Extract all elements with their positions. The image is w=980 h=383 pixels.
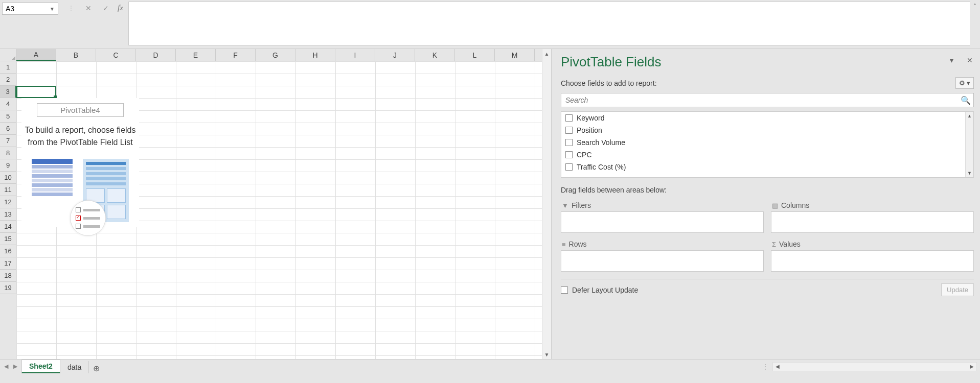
search-icon[interactable]: 🔍 [961, 95, 971, 105]
row-header[interactable]: 19 [0, 282, 16, 294]
cancel-icon[interactable]: ✕ [83, 3, 94, 14]
sheet-tab-bar: ◀ ▶ Sheet2 data ⊕ ⋮ ◀ ▶ [0, 359, 980, 373]
column-header[interactable]: C [96, 49, 136, 61]
column-header[interactable]: E [176, 49, 216, 61]
vertical-scrollbar[interactable]: ▲ ▼ [542, 49, 551, 359]
field-item[interactable]: Search Volume [561, 136, 965, 149]
formula-controls: ⋮ ✕ ✓ fx [65, 0, 123, 14]
tools-button[interactable]: ⚙▾ [955, 77, 974, 89]
defer-layout-checkbox[interactable]: Defer Layout Update [561, 286, 638, 294]
column-header[interactable]: D [136, 49, 176, 61]
field-item[interactable]: Keyword [561, 112, 965, 124]
close-icon[interactable]: ✕ [967, 56, 973, 64]
sheet-tab[interactable]: data [60, 361, 89, 373]
search-input[interactable] [561, 93, 974, 107]
magnifier-illustration [70, 200, 106, 236]
rows-dropzone[interactable] [561, 250, 764, 272]
field-label: Position [577, 126, 602, 134]
field-label: Search Volume [577, 138, 625, 147]
pivottable-fields-pane: ▾ ✕ PivotTable Fields Choose fields to a… [551, 49, 980, 359]
row-header[interactable]: 12 [0, 196, 16, 208]
row-header[interactable]: 14 [0, 221, 16, 233]
row-header[interactable]: 9 [0, 159, 16, 172]
field-item[interactable]: Traffic Cost (%) [561, 161, 965, 173]
checkbox[interactable] [565, 139, 573, 146]
prev-sheet-icon[interactable]: ◀ [4, 363, 8, 370]
column-header[interactable]: G [256, 49, 295, 61]
row-header[interactable]: 18 [0, 270, 16, 282]
column-header[interactable]: K [415, 49, 455, 61]
column-header[interactable]: J [375, 49, 415, 61]
field-label: CPC [577, 151, 592, 159]
values-dropzone[interactable] [771, 250, 974, 272]
filters-area[interactable]: ▼Filters [561, 199, 764, 233]
column-header[interactable]: B [56, 49, 96, 61]
row-header[interactable]: 11 [0, 184, 16, 196]
row-header[interactable]: 1 [0, 61, 16, 74]
field-item[interactable]: CPC [561, 149, 965, 161]
field-list-scrollbar[interactable]: ▲ ▼ [965, 112, 973, 177]
rows-icon: ≡ [562, 241, 566, 248]
scroll-up-icon[interactable]: ▲ [966, 112, 973, 120]
checkbox[interactable] [565, 114, 573, 122]
column-header[interactable]: L [455, 49, 495, 61]
formula-input[interactable] [128, 2, 970, 45]
collapse-ribbon-icon[interactable]: ˄ [970, 0, 980, 10]
row-header[interactable]: 2 [0, 74, 16, 86]
row-header[interactable]: 5 [0, 110, 16, 123]
field-item[interactable]: Position [561, 124, 965, 136]
update-button[interactable]: Update [941, 283, 974, 296]
row-header[interactable]: 8 [0, 147, 16, 159]
enter-icon[interactable]: ✓ [100, 3, 111, 14]
scroll-track[interactable] [542, 58, 551, 350]
column-header[interactable]: F [216, 49, 256, 61]
sheet-tab[interactable]: Sheet2 [21, 360, 60, 373]
scroll-down-icon[interactable]: ▼ [542, 350, 551, 359]
column-header[interactable]: A [16, 49, 56, 61]
column-headers: A B C D E F G H I J K L M [0, 49, 542, 61]
checkbox[interactable] [565, 163, 573, 171]
filter-icon: ▼ [562, 202, 568, 209]
scroll-left-icon[interactable]: ◀ [773, 364, 782, 369]
area-label: Columns [781, 201, 809, 209]
scroll-down-icon[interactable]: ▼ [966, 169, 973, 177]
checkbox[interactable] [565, 127, 573, 134]
name-box[interactable]: A3 ▼ [2, 3, 58, 15]
select-all-corner[interactable] [0, 49, 16, 61]
row-headers: 1 2 3 4 5 6 7 8 9 10 11 12 13 14 15 16 1… [0, 61, 16, 359]
new-sheet-button[interactable]: ⊕ [89, 364, 103, 373]
active-cell[interactable] [16, 86, 56, 98]
row-header[interactable]: 4 [0, 98, 16, 110]
row-header[interactable]: 15 [0, 233, 16, 245]
checkbox[interactable] [561, 286, 568, 294]
split-handle-icon[interactable]: ⋮ [762, 363, 768, 370]
column-header[interactable]: I [335, 49, 375, 61]
filters-dropzone[interactable] [561, 211, 764, 233]
area-label: Filters [572, 201, 591, 209]
next-sheet-icon[interactable]: ▶ [13, 363, 17, 370]
column-header[interactable]: H [295, 49, 335, 61]
chevron-down-icon[interactable]: ▼ [50, 6, 55, 12]
scroll-up-icon[interactable]: ▲ [542, 49, 551, 58]
row-header[interactable]: 7 [0, 135, 16, 147]
row-header[interactable]: 16 [0, 245, 16, 257]
values-area[interactable]: ΣValues [771, 238, 974, 272]
row-header[interactable]: 3 [0, 86, 16, 98]
rows-area[interactable]: ≡Rows [561, 238, 764, 272]
fx-icon[interactable]: fx [118, 4, 123, 12]
scroll-right-icon[interactable]: ▶ [967, 364, 976, 369]
row-header[interactable]: 10 [0, 172, 16, 184]
cell-grid[interactable]: PivotTable4 To build a report, choose fi… [16, 61, 542, 359]
row-header[interactable]: 17 [0, 257, 16, 270]
name-box-value: A3 [6, 5, 14, 13]
gear-icon: ⚙ [959, 79, 965, 87]
column-header[interactable]: M [495, 49, 535, 61]
columns-dropzone[interactable] [771, 211, 974, 233]
row-header[interactable]: 13 [0, 208, 16, 221]
checkbox[interactable] [565, 151, 573, 158]
horizontal-scrollbar[interactable]: ◀ ▶ [772, 362, 977, 371]
row-header[interactable]: 6 [0, 123, 16, 135]
tab-nav[interactable]: ◀ ▶ [0, 360, 21, 373]
columns-area[interactable]: ▥Columns [771, 199, 974, 233]
pane-options-icon[interactable]: ▾ [950, 56, 953, 64]
